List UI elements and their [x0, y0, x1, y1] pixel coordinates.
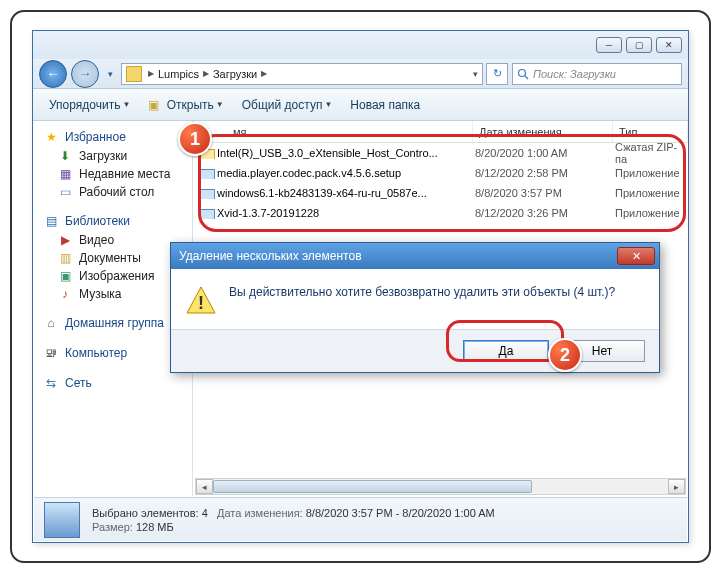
forward-button[interactable]: → — [71, 60, 99, 88]
warning-icon: ! — [185, 285, 217, 317]
scroll-left-button[interactable]: ◂ — [196, 479, 213, 494]
annotation-badge-2: 2 — [548, 338, 582, 372]
scroll-thumb[interactable] — [213, 480, 532, 493]
status-date-value: 8/8/2020 3:57 PM - 8/20/2020 1:00 AM — [306, 507, 495, 519]
status-size-value: 128 МБ — [136, 521, 174, 533]
address-bar[interactable]: ▶ Lumpics ▶ Загрузки ▶ ▾ — [121, 63, 483, 85]
annotation-badge-1: 1 — [178, 122, 212, 156]
library-icon: ▤ — [43, 213, 59, 229]
toolbar-new-folder[interactable]: Новая папка — [342, 94, 428, 116]
annotation-highlight-1 — [198, 134, 686, 232]
breadcrumb-level-0[interactable]: Lumpics — [156, 68, 201, 80]
pictures-icon: ▣ — [57, 268, 73, 284]
svg-line-1 — [525, 76, 528, 79]
sidebar-computer[interactable]: 🖳Компьютер — [43, 345, 184, 361]
delete-confirm-dialog: Удаление нескольких элементов ✕ ! Вы дей… — [170, 242, 660, 373]
status-bar: Выбрано элементов: 4 Дата изменения: 8/8… — [34, 497, 687, 541]
selection-thumbnail-icon — [44, 502, 80, 538]
dialog-button-row: Да Нет — [171, 329, 659, 372]
sidebar-network[interactable]: ⇆Сеть — [43, 375, 184, 391]
sidebar-item-videos[interactable]: ▶Видео — [43, 231, 184, 249]
status-date-label: Дата изменения: — [217, 507, 303, 519]
nav-history-dropdown[interactable]: ▾ — [103, 64, 117, 84]
breadcrumb-separator: ▶ — [146, 69, 156, 78]
dialog-title-text: Удаление нескольких элементов — [179, 249, 362, 263]
back-button[interactable]: ← — [39, 60, 67, 88]
horizontal-scrollbar[interactable]: ◂ ▸ — [195, 478, 686, 495]
toolbar-share[interactable]: Общий доступ▼ — [234, 94, 341, 116]
computer-icon: 🖳 — [43, 345, 59, 361]
refresh-button[interactable]: ↻ — [486, 63, 508, 85]
homegroup-icon: ⌂ — [43, 315, 59, 331]
dialog-close-button[interactable]: ✕ — [617, 247, 655, 265]
toolbar: Упорядочить▼ ▣ Открыть▼ Общий доступ▼ Но… — [33, 89, 688, 121]
video-icon: ▶ — [57, 232, 73, 248]
search-icon — [517, 68, 529, 80]
sidebar-item-desktop[interactable]: ▭Рабочий стол — [43, 183, 184, 201]
sidebar-item-documents[interactable]: ▥Документы — [43, 249, 184, 267]
network-icon: ⇆ — [43, 375, 59, 391]
sidebar-favorites-header[interactable]: ★Избранное — [43, 129, 184, 145]
download-icon: ⬇ — [57, 148, 73, 164]
titlebar: ─ ▢ ✕ — [33, 31, 688, 59]
close-button[interactable]: ✕ — [656, 37, 682, 53]
search-input[interactable]: Поиск: Загрузки — [512, 63, 682, 85]
sidebar-item-music[interactable]: ♪Музыка — [43, 285, 184, 303]
sidebar-item-downloads[interactable]: ⬇Загрузки — [43, 147, 184, 165]
sidebar-homegroup[interactable]: ⌂Домашняя группа — [43, 315, 184, 331]
breadcrumb-level-1[interactable]: Загрузки — [211, 68, 259, 80]
toolbar-open[interactable]: ▣ Открыть▼ — [140, 94, 231, 116]
dialog-titlebar: Удаление нескольких элементов ✕ — [171, 243, 659, 269]
music-icon: ♪ — [57, 286, 73, 302]
sidebar-item-pictures[interactable]: ▣Изображения — [43, 267, 184, 285]
annotation-highlight-2 — [446, 320, 564, 362]
svg-text:!: ! — [198, 293, 204, 313]
scroll-track[interactable] — [213, 479, 668, 494]
recent-icon: ▦ — [57, 166, 73, 182]
breadcrumb-separator: ▶ — [201, 69, 211, 78]
breadcrumb-separator: ▶ — [259, 69, 269, 78]
dialog-message: Вы действительно хотите безвозвратно уда… — [229, 285, 615, 317]
sidebar-item-recent[interactable]: ▦Недавние места — [43, 165, 184, 183]
folder-icon — [126, 66, 142, 82]
search-placeholder: Поиск: Загрузки — [533, 68, 616, 80]
address-dropdown-icon[interactable]: ▾ — [473, 69, 478, 79]
star-icon: ★ — [43, 129, 59, 145]
status-size-label: Размер: — [92, 521, 133, 533]
desktop-icon: ▭ — [57, 184, 73, 200]
minimize-button[interactable]: ─ — [596, 37, 622, 53]
nav-bar: ← → ▾ ▶ Lumpics ▶ Загрузки ▶ ▾ ↻ Поиск: … — [33, 59, 688, 89]
sidebar-libraries-header[interactable]: ▤Библиотеки — [43, 213, 184, 229]
scroll-right-button[interactable]: ▸ — [668, 479, 685, 494]
status-selected: Выбрано элементов: 4 — [92, 507, 208, 519]
toolbar-organize[interactable]: Упорядочить▼ — [41, 94, 138, 116]
svg-point-0 — [519, 69, 526, 76]
document-icon: ▥ — [57, 250, 73, 266]
maximize-button[interactable]: ▢ — [626, 37, 652, 53]
sidebar: ★Избранное ⬇Загрузки ▦Недавние места ▭Ра… — [33, 121, 193, 496]
